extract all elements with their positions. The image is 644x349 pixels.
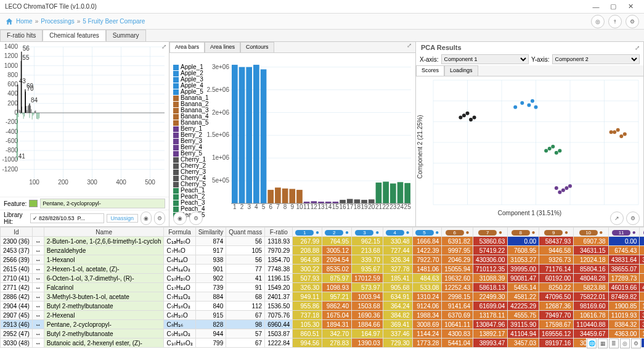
sample-header[interactable]: 4 ● (383, 228, 412, 237)
svg-point-157 (469, 118, 473, 121)
svg-rect-92 (239, 67, 245, 203)
table-header[interactable]: Similarity (195, 228, 226, 237)
svg-text:8: 8 (283, 203, 287, 210)
svg-point-175 (555, 186, 558, 190)
pca-panel: PCA Results ⤢ X-axis: Component 1 Y-axis… (416, 42, 644, 226)
window-titlebar: LECO ChromaTOF Tile (v1.0.0.0) — ▢ ✕ (0, 0, 644, 14)
svg-text:1000: 1000 (4, 62, 18, 69)
breadcrumb-processings[interactable]: Processings (41, 18, 74, 25)
settings-toolbar-icon[interactable]: ⚙ (626, 15, 639, 28)
svg-rect-96 (253, 65, 259, 203)
svg-text:5: 5 (262, 203, 266, 210)
svg-point-171 (555, 151, 558, 155)
svg-rect-98 (261, 69, 267, 203)
sample-header[interactable]: 5 ● (412, 228, 442, 237)
table-row[interactable]: 2710 (41)↔6-Octen-1-ol, 3,7-dimethyl-, (… (1, 274, 645, 283)
subtab-area-bars[interactable]: Area bars (169, 42, 205, 52)
table-header[interactable] (32, 228, 44, 237)
table-row[interactable]: 2615 (40)↔2-Hexen-1-ol, acetate, (Z)-C₈H… (1, 265, 645, 274)
feature-input[interactable] (40, 199, 165, 208)
libhit-input[interactable] (30, 213, 104, 223)
svg-point-168 (623, 133, 627, 136)
tab-chemical-features[interactable]: Chemical features (43, 30, 106, 41)
table-row[interactable]: 2566 (39)↔1-HexanolC₆H₁₄O938561354.70964… (1, 255, 645, 265)
gear-icon[interactable]: ⚙ (154, 211, 165, 225)
maximize-button[interactable]: ▢ (605, 2, 622, 10)
table-header[interactable]: Id (1, 228, 33, 237)
expand-icon[interactable]: ⤢ (161, 43, 166, 50)
sample-header[interactable]: 2 ● (322, 228, 352, 237)
table-row[interactable]: 2952 (47)↔Butyl 2-methylbutanoateC₉H₁₈O₂… (1, 329, 645, 339)
svg-text:16: 16 (339, 203, 346, 210)
svg-text:10: 10 (296, 203, 303, 210)
fingerprint-icon[interactable]: ◉ (173, 211, 187, 225)
table-row[interactable]: 2453 (37)↔BenzaldehydeC₇H₆O9171057970.29… (1, 246, 645, 255)
feature-table[interactable]: IdNameFormulaSimilarityQuant massF-ratio… (0, 227, 644, 349)
table-row[interactable]: 2886 (42)↔3-Methyl-3-buten-1-ol, acetate… (1, 292, 645, 302)
stats-toolbar-icon[interactable]: ⫯ (608, 15, 622, 28)
subtab-loadings[interactable]: Loadings (444, 65, 478, 76)
minimize-button[interactable]: — (587, 3, 605, 10)
svg-text:2.5e+06: 2.5e+06 (207, 86, 230, 93)
sample-header[interactable]: 7 ● (473, 228, 508, 237)
grid-icon[interactable]: ▦ (598, 339, 608, 348)
svg-text:2e+06: 2e+06 (212, 109, 230, 116)
sample-header[interactable]: 12 ● (640, 228, 644, 237)
table-header[interactable]: F-ratio (265, 228, 293, 237)
table-row[interactable]: 2904 (44)↔Butyl 2-methylbutanoateC₉H₁₈O₂… (1, 302, 645, 311)
target-icon[interactable]: ◎ (620, 339, 630, 348)
app-title: LECO ChromaTOF Tile (v1.0.0.0) (5, 3, 587, 10)
expand-icon[interactable]: ⤢ (407, 42, 415, 52)
sample-header[interactable]: 9 ● (539, 228, 574, 237)
globe-icon[interactable]: 🌐 (587, 339, 597, 348)
gear-icon[interactable]: ⚙ (631, 339, 641, 348)
svg-point-177 (568, 184, 572, 188)
sample-header[interactable]: 10 ● (574, 228, 608, 237)
sample-header[interactable]: 6 ● (442, 228, 473, 237)
subtab-scores[interactable]: Scores (416, 65, 444, 76)
pca-xaxis-select[interactable]: Component 1 (441, 54, 529, 64)
sample-header[interactable]: 3 ● (351, 228, 383, 237)
svg-text:-600: -600 (6, 138, 18, 144)
subtab-area-lines[interactable]: Area lines (205, 42, 240, 52)
breadcrumb-home[interactable]: Home (16, 18, 33, 25)
subtab-contours[interactable]: Contours (240, 42, 274, 52)
home-icon[interactable] (5, 17, 14, 26)
table-header[interactable]: Quant mass (226, 228, 265, 237)
pca-toolbar-icon[interactable]: ◎ (591, 15, 605, 28)
share-icon[interactable]: ↗ (610, 211, 624, 225)
pca-yaxis-select[interactable]: Component 2 (552, 54, 640, 64)
table-row[interactable]: 2913 (46)↔Pentane, 2-cyclopropyl-C₈H₁₆82… (1, 320, 645, 329)
sample-header[interactable]: 1 ● (293, 228, 322, 237)
table-row[interactable]: 2771 (42)↔FalcarinolC₁₇H₂₄O739911549.203… (1, 283, 645, 292)
svg-text:12: 12 (311, 203, 318, 210)
tab-summary[interactable]: Summary (106, 30, 146, 41)
table-header[interactable]: Formula (164, 228, 195, 237)
table-row[interactable]: 2300 (36)↔2-Buten-1-one, 1-(2,6,6-trimet… (1, 237, 645, 246)
close-button[interactable]: ✕ (622, 2, 639, 10)
feature-color-swatch (29, 200, 38, 207)
svg-text:200: 200 (7, 100, 18, 107)
sample-header[interactable]: 8 ● (508, 228, 539, 237)
svg-text:6: 6 (269, 203, 272, 210)
svg-point-155 (459, 116, 462, 120)
table-row[interactable]: 3030 (48)↔Butanoic acid, 2-hexenyl ester… (1, 339, 645, 348)
svg-point-166 (619, 134, 623, 138)
gear-icon[interactable]: ⚙ (626, 211, 640, 225)
svg-text:19: 19 (361, 203, 369, 210)
svg-text:800: 800 (7, 72, 18, 78)
table-header[interactable]: Name (44, 228, 164, 237)
svg-text:-1000: -1000 (2, 156, 18, 163)
expand-icon[interactable]: ⤢ (635, 44, 643, 51)
svg-text:400: 400 (116, 179, 126, 186)
svg-text:Component 2 (21.25%): Component 2 (21.25%) (417, 115, 423, 178)
unassign-button[interactable]: Unassign (107, 214, 139, 223)
fingerprint-icon[interactable]: ◉ (141, 211, 152, 225)
list-icon[interactable]: ≣ (609, 339, 619, 348)
area-panel: Area bars Area lines Contours ⤢ Apple_1A… (169, 42, 416, 226)
tab-fratio-hits[interactable]: F-ratio hits (0, 30, 43, 41)
svg-point-167 (616, 128, 620, 132)
table-row[interactable]: 2907 (45)↔2-HexenalC₆H₁₀O915677075.76737… (1, 311, 645, 320)
sample-header[interactable]: 11 ● (608, 228, 640, 237)
gear-icon[interactable]: ⚙ (189, 211, 203, 225)
